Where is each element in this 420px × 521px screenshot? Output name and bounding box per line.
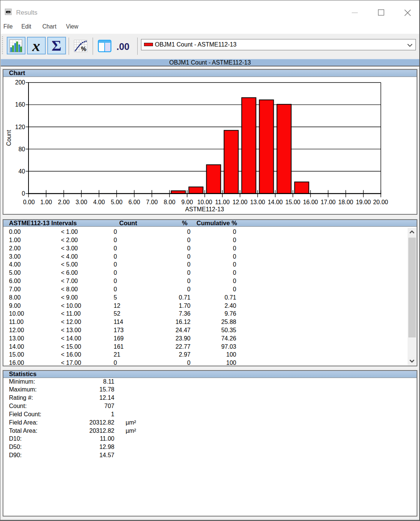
svg-text:ASTME112-13: ASTME112-13 xyxy=(185,206,224,212)
svg-text:40: 40 xyxy=(18,168,25,174)
svg-text:5.00: 5.00 xyxy=(111,199,122,205)
svg-text:120: 120 xyxy=(15,123,25,130)
svg-text:15.00: 15.00 xyxy=(285,199,300,205)
svg-text:0: 0 xyxy=(22,190,25,197)
svg-text:80: 80 xyxy=(18,146,25,152)
svg-text:4.00: 4.00 xyxy=(93,199,105,205)
svg-text:200: 200 xyxy=(15,79,25,86)
svg-text:2.00: 2.00 xyxy=(58,199,69,205)
svg-text:18.00: 18.00 xyxy=(338,199,353,205)
svg-text:0.00: 0.00 xyxy=(23,199,34,205)
svg-text:%: % xyxy=(81,46,86,52)
svg-text:3.00: 3.00 xyxy=(75,199,87,205)
svg-text:12.00: 12.00 xyxy=(232,199,248,205)
svg-text:Count: Count xyxy=(6,129,12,146)
svg-text:19.00: 19.00 xyxy=(356,199,371,205)
svg-text:17.00: 17.00 xyxy=(321,199,336,205)
svg-text:11.00: 11.00 xyxy=(215,199,230,205)
svg-text:16.00: 16.00 xyxy=(303,199,318,205)
svg-text:160: 160 xyxy=(15,101,25,108)
svg-text:10.00: 10.00 xyxy=(197,199,212,205)
svg-text:9.00: 9.00 xyxy=(181,199,193,205)
svg-text:14.00: 14.00 xyxy=(268,199,283,205)
svg-text:8.00: 8.00 xyxy=(164,199,175,205)
svg-text:6.00: 6.00 xyxy=(128,199,140,205)
svg-text:20.00: 20.00 xyxy=(373,199,388,205)
svg-text:1.00: 1.00 xyxy=(40,199,52,205)
svg-text:13.00: 13.00 xyxy=(250,199,265,205)
svg-text:7.00: 7.00 xyxy=(146,199,158,205)
